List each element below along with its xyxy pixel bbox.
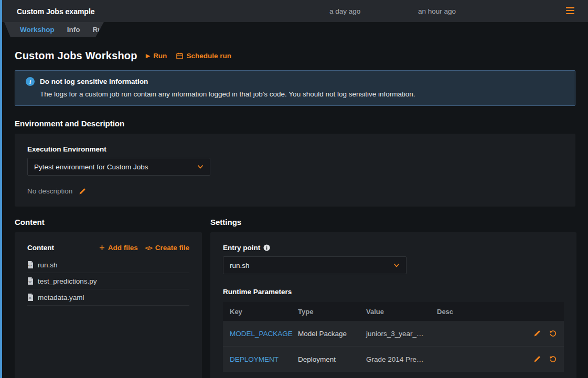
settings-column: Settings Entry point run.sh Runtime Para… <box>210 218 576 378</box>
file-list: <> run.sh <> test_predictions.py <> meta… <box>27 257 189 306</box>
add-files-button[interactable]: Add files <box>99 244 138 252</box>
play-icon: ▶ <box>146 53 150 59</box>
project-title: Custom Jobs example <box>17 7 95 16</box>
tab-group: Workshop Info Runs <box>2 22 104 37</box>
file-name: run.sh <box>38 261 58 269</box>
info-banner: i Do not log sensitive information The l… <box>15 70 575 106</box>
info-icon: i <box>26 77 35 86</box>
edit-param-pencil-icon[interactable] <box>533 355 541 363</box>
content-column: Content Content Add files </> Create fil… <box>15 218 202 378</box>
svg-text:<>: <> <box>28 280 31 283</box>
chevron-down-icon <box>393 262 400 268</box>
param-actions <box>516 355 564 363</box>
environment-card: Execution Environment Pytest environment… <box>15 134 575 207</box>
content-actions: Add files </> Create file <box>99 244 189 252</box>
svg-text:<>: <> <box>28 296 31 299</box>
file-row-test-predictions[interactable]: <> test_predictions.py <box>27 273 189 289</box>
entry-point-select[interactable]: run.sh <box>223 256 407 274</box>
tab-bar: Workshop Info Runs <box>0 22 588 37</box>
column-header-value: Value <box>359 308 430 316</box>
reset-param-undo-icon[interactable] <box>549 330 557 337</box>
content-section-heading: Content <box>15 218 202 226</box>
info-banner-title: Do not log sensitive information <box>40 78 148 85</box>
create-file-button[interactable]: </> Create file <box>145 244 189 252</box>
title-row: Custom Jobs Workshop ▶ Run Schedule run <box>15 50 575 62</box>
tab-runs[interactable]: Runs <box>93 26 111 34</box>
file-row-metadata-yaml[interactable]: <> metadata.yaml <box>27 289 189 306</box>
run-button[interactable]: ▶ Run <box>146 52 167 60</box>
edit-description-pencil-icon[interactable] <box>79 188 86 195</box>
param-key-link[interactable]: DEPLOYMENT <box>230 355 279 363</box>
title-actions: ▶ Run Schedule run <box>146 52 231 60</box>
run-button-label: Run <box>153 52 167 60</box>
file-icon: <> <box>27 294 34 301</box>
file-icon: <> <box>27 277 34 285</box>
content-card: Content Add files </> Create file <box>15 232 202 378</box>
description-row: No description <box>27 187 563 195</box>
table-row: DEPLOYMENT Deployment Grade 2014 Pre… <box>223 347 564 372</box>
table-header-row: Key Type Value Desc <box>223 302 564 321</box>
param-key-link[interactable]: MODEL_PACKAGE <box>230 330 293 338</box>
hamburger-menu-icon[interactable] <box>566 7 574 14</box>
entry-point-info-icon[interactable] <box>263 244 270 251</box>
param-value: Grade 2014 Pre… <box>359 355 430 363</box>
left-accent-strip <box>0 0 2 378</box>
settings-card: Entry point run.sh Runtime Parameters Ke… <box>210 232 576 378</box>
settings-section-heading: Settings <box>210 218 576 226</box>
runtime-parameters-table: Key Type Value Desc MODEL_PACKAGE Model … <box>223 302 564 372</box>
file-name: test_predictions.py <box>38 277 97 285</box>
content-panel-title: Content <box>27 244 54 252</box>
description-placeholder: No description <box>27 187 72 195</box>
plus-icon <box>99 245 105 251</box>
entry-point-label-row: Entry point <box>223 244 564 252</box>
create-file-label: Create file <box>155 244 189 252</box>
svg-text:<>: <> <box>28 264 31 267</box>
viewed-timestamp: an hour ago <box>418 7 456 15</box>
code-icon: </> <box>145 245 152 251</box>
param-type: Deployment <box>291 355 359 363</box>
param-actions <box>516 330 564 337</box>
column-header-desc: Desc <box>430 308 516 316</box>
info-banner-message: The logs for a custom job run contain an… <box>40 90 564 98</box>
top-header-bar: Custom Jobs example a day ago an hour ag… <box>0 0 588 22</box>
environment-section-heading: Environment and Description <box>15 119 575 128</box>
schedule-run-button[interactable]: Schedule run <box>176 52 231 60</box>
runtime-parameters-heading: Runtime Parameters <box>223 288 564 296</box>
execution-environment-value: Pytest environment for Custom Jobs <box>34 163 148 171</box>
updated-timestamp: a day ago <box>329 7 360 15</box>
execution-environment-select[interactable]: Pytest environment for Custom Jobs <box>27 158 210 176</box>
page-title: Custom Jobs Workshop <box>15 50 137 62</box>
tab-info[interactable]: Info <box>67 26 80 34</box>
two-column-layout: Content Content Add files </> Create fil… <box>15 218 575 378</box>
content-card-header: Content Add files </> Create file <box>27 244 189 252</box>
column-header-type: Type <box>291 308 359 316</box>
main-content: Custom Jobs Workshop ▶ Run Schedule run … <box>0 50 588 378</box>
entry-point-value: run.sh <box>230 262 250 269</box>
info-banner-head: i Do not log sensitive information <box>26 77 564 86</box>
calendar-icon <box>176 52 183 59</box>
table-row: MODEL_PACKAGE Model Package juniors_3_ye… <box>223 321 564 347</box>
param-value: juniors_3_year_… <box>359 330 430 338</box>
file-icon: <> <box>27 261 34 268</box>
edit-param-pencil-icon[interactable] <box>533 330 541 337</box>
execution-environment-label: Execution Environment <box>27 145 563 153</box>
file-row-run-sh[interactable]: <> run.sh <box>27 257 189 273</box>
column-header-key: Key <box>223 308 291 316</box>
param-type: Model Package <box>291 330 359 338</box>
tab-workshop[interactable]: Workshop <box>20 26 55 34</box>
file-name: metadata.yaml <box>38 294 84 301</box>
add-files-label: Add files <box>108 244 138 252</box>
schedule-run-button-label: Schedule run <box>186 52 231 60</box>
reset-param-undo-icon[interactable] <box>549 355 557 363</box>
chevron-down-icon <box>197 164 204 170</box>
entry-point-label: Entry point <box>223 244 260 252</box>
